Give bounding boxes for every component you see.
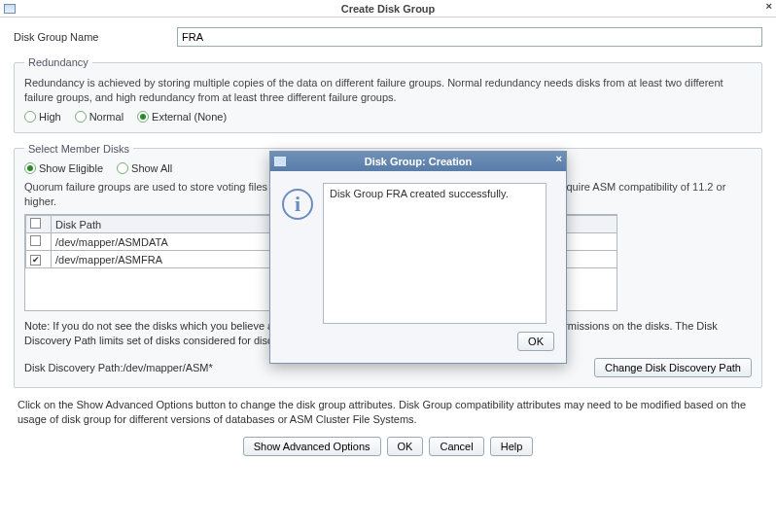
disk-group-name-input[interactable] bbox=[177, 27, 762, 47]
checkbox-icon[interactable]: ✔ bbox=[30, 255, 41, 266]
radio-icon bbox=[24, 162, 36, 174]
member-disks-legend: Select Member Disks bbox=[24, 143, 133, 155]
checkbox-icon[interactable] bbox=[30, 235, 41, 246]
ok-button[interactable]: OK bbox=[387, 437, 424, 456]
radio-icon bbox=[24, 111, 36, 123]
show-all-radio[interactable]: Show All bbox=[117, 162, 172, 174]
redundancy-high-radio[interactable]: High bbox=[24, 111, 61, 123]
discovery-path-value: /dev/mapper/ASM* bbox=[123, 362, 212, 373]
show-eligible-radio[interactable]: Show Eligible bbox=[24, 162, 103, 174]
close-icon[interactable]: × bbox=[766, 0, 772, 12]
redundancy-external-radio[interactable]: External (None) bbox=[137, 111, 227, 123]
creation-dialog: Disk Group: Creation × i Disk Group FRA … bbox=[269, 151, 567, 364]
footer-desc: Click on the Show Advanced Options butto… bbox=[18, 398, 758, 427]
redundancy-high-label: High bbox=[39, 111, 61, 123]
dialog-ok-button[interactable]: OK bbox=[517, 332, 554, 351]
header-checkbox-cell[interactable] bbox=[26, 216, 52, 233]
window-icon bbox=[4, 4, 16, 14]
redundancy-external-label: External (None) bbox=[152, 111, 227, 123]
discovery-path: Disk Discovery Path:/dev/mapper/ASM* bbox=[24, 362, 213, 373]
window-titlebar: Create Disk Group × bbox=[0, 0, 776, 18]
discovery-path-label: Disk Discovery Path: bbox=[24, 362, 123, 373]
change-discovery-path-button[interactable]: Change Disk Discovery Path bbox=[594, 358, 752, 377]
dialog-message: Disk Group FRA created successfully. bbox=[330, 188, 509, 199]
radio-icon bbox=[137, 111, 149, 123]
redundancy-normal-radio[interactable]: Normal bbox=[75, 111, 123, 123]
redundancy-normal-label: Normal bbox=[89, 111, 123, 123]
show-all-label: Show All bbox=[131, 162, 172, 174]
info-icon: i bbox=[282, 189, 313, 220]
show-advanced-button[interactable]: Show Advanced Options bbox=[243, 437, 381, 456]
dialog-title: Disk Group: Creation bbox=[270, 156, 566, 167]
dialog-message-box: Disk Group FRA created successfully. bbox=[323, 183, 547, 324]
show-eligible-label: Show Eligible bbox=[39, 162, 103, 174]
cancel-button[interactable]: Cancel bbox=[429, 437, 483, 456]
redundancy-legend: Redundancy bbox=[24, 56, 92, 68]
help-button[interactable]: Help bbox=[490, 437, 534, 456]
window-icon bbox=[274, 157, 286, 166]
close-icon[interactable]: × bbox=[556, 153, 562, 164]
radio-icon bbox=[117, 162, 128, 174]
disk-group-name-label: Disk Group Name bbox=[14, 31, 177, 43]
dialog-titlebar[interactable]: Disk Group: Creation × bbox=[270, 152, 566, 171]
radio-icon bbox=[75, 111, 87, 123]
checkbox-icon bbox=[30, 218, 41, 229]
redundancy-group: Redundancy Redundancy is achieved by sto… bbox=[14, 56, 762, 133]
redundancy-desc: Redundancy is achieved by storing multip… bbox=[24, 76, 752, 105]
window-title: Create Disk Group bbox=[0, 3, 776, 15]
